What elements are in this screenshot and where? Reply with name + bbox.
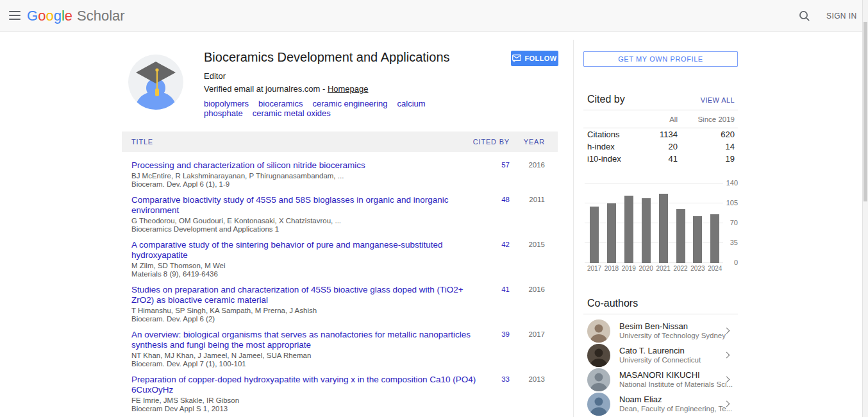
coauthor-item[interactable]: Noam EliazDean, Faculty of Engineering, … [583, 392, 738, 416]
scrollbar-thumb[interactable] [864, 22, 867, 201]
publication-row: Studies on preparation and characterizat… [122, 281, 558, 326]
person-photo-icon [587, 319, 610, 343]
publication-authors: BJ McEntire, R Lakshminarayanan, P Thiru… [131, 172, 558, 180]
cited-by-count-link[interactable]: 41 [462, 285, 510, 293]
publications-section: TITLE CITED BY YEAR Processing and chara… [122, 132, 558, 416]
column-title[interactable]: TITLE [131, 138, 153, 146]
column-year[interactable]: YEAR [524, 132, 545, 152]
stats-header-all: All [651, 113, 681, 128]
publication-title-link[interactable]: Studies on preparation and characterizat… [131, 285, 483, 305]
coauthor-name[interactable]: Besim Ben-Nissan [619, 321, 688, 331]
chart-bar[interactable] [676, 209, 685, 263]
publication-authors: NT Khan, MJ Khan, J Jameel, N Jameel, SU… [131, 352, 558, 359]
coauthor-name[interactable]: Noam Eliaz [619, 395, 662, 404]
interest-tag[interactable]: bioceramics [258, 99, 303, 108]
google-logo-text: Google [27, 8, 72, 24]
person-photo-icon [587, 344, 610, 367]
stats-header-spacer [583, 113, 651, 128]
chart-bar[interactable] [710, 214, 719, 263]
chart-ytick-label: 0 [734, 259, 738, 266]
chart-gridline [585, 183, 723, 183]
publication-row: An overview: biological organisms that s… [122, 326, 558, 371]
coauthor-item[interactable]: Cato T. LaurencinUniversity of Connectic… [583, 343, 738, 368]
sign-in-link[interactable]: SIGN IN [826, 0, 856, 32]
follow-button[interactable]: FOLLOW [511, 51, 558, 66]
chart-plot-area [585, 183, 723, 263]
content-divider [573, 40, 574, 417]
chevron-right-icon[interactable] [724, 352, 730, 359]
publication-venue: Materials 8 (9), 6419-6436 [131, 270, 558, 278]
chart-year-label[interactable]: 2023 [688, 265, 707, 272]
chart-year-label[interactable]: 2017 [585, 265, 604, 272]
menu-icon[interactable] [9, 11, 21, 20]
scrollbar[interactable] [862, 0, 868, 417]
publication-title-link[interactable]: A comparative study of the sintering beh… [131, 240, 483, 260]
publication-title-link[interactable]: Processing and characterization of silic… [131, 160, 483, 171]
chart-bar[interactable] [607, 203, 616, 263]
publication-title-link[interactable]: An overview: biological organisms that s… [131, 330, 483, 350]
scholar-logo[interactable]: GoogleScholar [27, 0, 125, 32]
stats-all-value: 1134 [651, 128, 681, 141]
coauthor-affiliation: National Institute of Materials Sci... [619, 380, 733, 388]
cited-by-count-link[interactable]: 57 [462, 161, 510, 169]
chart-bar[interactable] [642, 198, 651, 263]
interest-tags: biopolymersbioceramicsceramic engineerin… [204, 99, 505, 118]
coauthor-item[interactable]: MASANORI KIKUCHINational Institute of Ma… [583, 368, 738, 392]
chart-bar[interactable] [624, 196, 633, 263]
coauthor-avatar [587, 393, 610, 416]
publication-venue: Bioceram. Dev. Appl 6 (1), 1-9 [131, 180, 558, 188]
cited-by-count-link[interactable]: 33 [462, 375, 510, 383]
cited-by-count-link[interactable]: 42 [462, 241, 510, 248]
profile-avatar [128, 55, 183, 110]
chart-year-label[interactable]: 2024 [705, 265, 724, 272]
view-all-link[interactable]: VIEW ALL [701, 96, 735, 104]
chart-bar[interactable] [693, 216, 702, 263]
verified-email-line: Verified email at journalres.com - Homep… [204, 84, 505, 94]
chart-gridline [585, 203, 723, 203]
chart-year-label[interactable]: 2021 [654, 265, 673, 272]
publication-authors: T Himanshu, SP Singh, KA Sampath, M Prer… [131, 307, 558, 314]
publication-title-link[interactable]: Comparative bioactivity study of 45S5 an… [131, 195, 483, 216]
coauthor-affiliation: University of Technology Sydney [619, 332, 726, 339]
coauthor-item[interactable]: Besim Ben-NissanUniversity of Technology… [583, 319, 738, 343]
coauthor-name[interactable]: Cato T. Laurencin [619, 346, 685, 355]
cited-by-count-link[interactable]: 48 [462, 196, 510, 203]
divider [583, 110, 738, 110]
profile-role: Editor [204, 71, 505, 81]
publications-list: Processing and characterization of silic… [122, 152, 558, 416]
column-cited-by[interactable]: CITED BY [473, 132, 510, 152]
chart-year-label[interactable]: 2022 [671, 265, 690, 272]
chart-bar[interactable] [659, 194, 668, 263]
interest-tag[interactable]: ceramic engineering [312, 99, 387, 108]
publication-title-link[interactable]: Preparation of copper-doped hydroxyapati… [131, 375, 483, 395]
coauthor-name[interactable]: MASANORI KIKUCHI [619, 370, 700, 380]
publication-row: A comparative study of the sintering beh… [122, 236, 558, 281]
stats-label[interactable]: i10-index [583, 153, 651, 165]
chart-year-label[interactable]: 2020 [637, 265, 656, 272]
stats-label[interactable]: h-index [583, 140, 651, 153]
stats-since-value: 14 [681, 140, 738, 153]
stats-since-value: 19 [681, 153, 738, 165]
cited-by-count-link[interactable]: 39 [462, 330, 510, 338]
cited-by-header: Cited by VIEW ALL [587, 94, 738, 105]
stats-row: Citations1134620 [583, 128, 738, 141]
stats-label[interactable]: Citations [583, 128, 651, 141]
chart-bar[interactable] [590, 207, 599, 263]
interest-tag[interactable]: biopolymers [204, 99, 249, 108]
publication-row: Comparative bioactivity study of 45S5 an… [122, 191, 558, 236]
stats-since-value: 620 [681, 128, 738, 141]
get-my-own-profile-button[interactable]: GET MY OWN PROFILE [583, 51, 738, 67]
publications-table-header: TITLE CITED BY YEAR [122, 132, 558, 152]
coauthors-title: Co-authors [587, 298, 638, 309]
interest-tag[interactable]: ceramic metal oxides [253, 108, 331, 118]
citations-per-year-chart: 0357010514020172018201920202021202220232… [583, 180, 738, 275]
publication-year: 2017 [513, 330, 545, 338]
top-bar: GoogleScholar SIGN IN [0, 0, 868, 32]
profile-name: Bioceramics Development and Applications [204, 50, 505, 65]
search-icon[interactable] [799, 10, 810, 22]
publication-venue: Bioceram Dev Appl S 1, 2013 [131, 405, 558, 413]
chart-year-label[interactable]: 2019 [619, 265, 638, 272]
chart-year-label[interactable]: 2018 [602, 265, 621, 272]
homepage-link[interactable]: Homepage [328, 84, 369, 94]
profile-info: Bioceramics Development and Applications… [204, 50, 505, 118]
